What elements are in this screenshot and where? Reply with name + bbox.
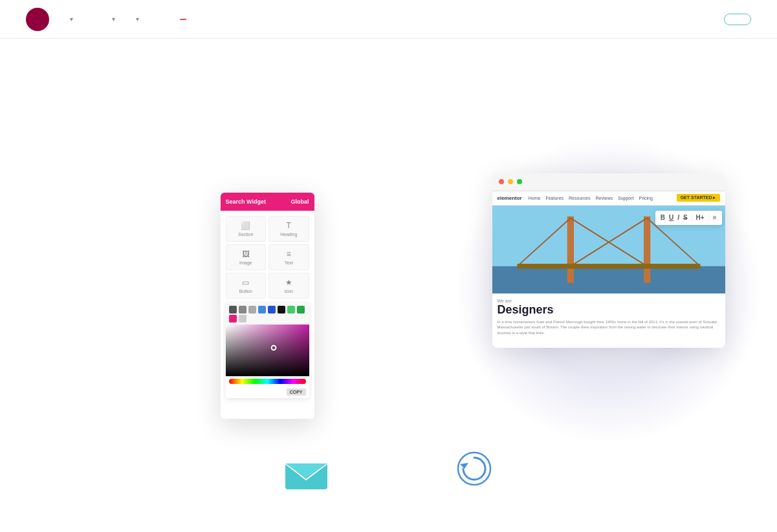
nav-experts[interactable] bbox=[175, 19, 186, 20]
site-get-started-btn: GET STARTED ▸ bbox=[677, 194, 720, 202]
nav-right bbox=[711, 14, 751, 25]
mockup-area: elementor Home Features Resources Review… bbox=[324, 167, 725, 412]
widget-item-text: ≡ Text bbox=[268, 244, 309, 270]
image-icon: 🖼 bbox=[242, 250, 250, 259]
svg-rect-8 bbox=[517, 264, 700, 269]
toolbar-divider bbox=[692, 213, 692, 222]
get-started-button[interactable] bbox=[724, 14, 751, 25]
hero-title bbox=[26, 78, 751, 115]
swatch-green bbox=[287, 306, 295, 314]
swatch-gray-dark bbox=[229, 306, 237, 314]
color-cursor bbox=[271, 345, 277, 350]
email-icon bbox=[285, 457, 327, 489]
widget-item-image: 🖼 Image bbox=[226, 244, 267, 270]
editor-header-title: Search Widget bbox=[226, 198, 266, 205]
site-text-area: We are Designers In a time homeowners Ka… bbox=[492, 293, 725, 348]
button-icon: ▭ bbox=[242, 278, 249, 287]
editor-header-global: Global bbox=[290, 198, 309, 205]
swatch-gray bbox=[239, 306, 246, 314]
swatch-gray-light bbox=[248, 306, 256, 314]
features-chevron-icon: ▾ bbox=[70, 16, 73, 23]
editor-header: Search Widget Global bbox=[221, 193, 314, 211]
design-section: elementor Home Features Resources Review… bbox=[1, 128, 777, 438]
browser-dot-red bbox=[499, 179, 504, 184]
brand-logo[interactable] bbox=[26, 8, 49, 31]
email-icon-item bbox=[285, 457, 327, 489]
nav-help-center[interactable]: ▾ bbox=[133, 16, 139, 23]
browser-dot-yellow bbox=[508, 179, 513, 184]
site-nav-logo: elementor bbox=[498, 195, 522, 201]
swatch-green-dark bbox=[297, 306, 305, 314]
toolbar-divider-2 bbox=[708, 213, 709, 222]
bottom-icons-row bbox=[0, 438, 777, 496]
heading-icon: T bbox=[287, 221, 291, 230]
widget-item-heading: T Heading bbox=[268, 216, 309, 242]
svg-rect-2 bbox=[567, 216, 573, 282]
swatch-blue-dark bbox=[268, 306, 276, 314]
widget-grid: ⬜ Section T Heading 🖼 Image ≡ Text bbox=[226, 216, 309, 299]
svg-rect-3 bbox=[644, 216, 650, 282]
site-designers: Designers bbox=[498, 303, 720, 317]
navbar: ▾ ▾ ▾ bbox=[0, 0, 777, 39]
swatch-pink-selected bbox=[229, 315, 237, 323]
widget-item-section: ⬜ Section bbox=[226, 216, 267, 242]
nav-left: ▾ ▾ ▾ bbox=[26, 8, 186, 31]
browser-mockup: elementor Home Features Resources Review… bbox=[492, 173, 725, 348]
swatch-black bbox=[278, 306, 285, 314]
section-icon: ⬜ bbox=[241, 221, 250, 230]
icon-widget-icon: ★ bbox=[285, 278, 292, 287]
browser-bar bbox=[492, 173, 725, 191]
editor-body: ⬜ Section T Heading 🖼 Image ≡ Text bbox=[221, 211, 314, 403]
captcha-icon bbox=[457, 451, 492, 487]
widget-item-button: ▭ Button bbox=[226, 273, 267, 299]
floating-toolbar: B U I S H+ ≡ bbox=[655, 211, 722, 225]
site-content: We are Designers In a time homeowners Ka… bbox=[492, 206, 725, 348]
svg-marker-13 bbox=[460, 463, 468, 469]
editor-panel: Search Widget Global ⬜ Section T Heading… bbox=[221, 193, 314, 419]
experts-badge bbox=[180, 19, 186, 20]
widget-item-icon: ★ Icon bbox=[268, 273, 309, 299]
hero-section bbox=[0, 39, 777, 128]
site-we-are: We are bbox=[498, 299, 720, 303]
hue-bar[interactable] bbox=[229, 379, 306, 384]
site-body-text: In a time homeowners Kate and Patrick Mo… bbox=[498, 319, 720, 335]
site-nav-bar: elementor Home Features Resources Review… bbox=[492, 191, 725, 206]
color-input-row: COPY bbox=[226, 387, 309, 398]
site-main: We are Designers In a time homeowners Ka… bbox=[492, 206, 725, 348]
copy-color-button[interactable]: COPY bbox=[287, 388, 306, 396]
resources-chevron-icon: ▾ bbox=[112, 16, 115, 23]
color-gradient-picker[interactable] bbox=[226, 325, 309, 376]
nav-features[interactable]: ▾ bbox=[67, 16, 73, 23]
svg-rect-1 bbox=[492, 266, 725, 293]
swatch-blue bbox=[258, 306, 266, 314]
captcha-icon-item bbox=[457, 451, 492, 489]
browser-dot-green bbox=[517, 179, 522, 184]
site-nav-items: Home Features Resources Reviews Support … bbox=[529, 196, 653, 200]
email-icon-container bbox=[285, 457, 327, 489]
swatch-light bbox=[239, 315, 246, 323]
text-icon: ≡ bbox=[287, 250, 291, 259]
help-chevron-icon: ▾ bbox=[136, 16, 139, 23]
nav-resources[interactable]: ▾ bbox=[109, 16, 115, 23]
